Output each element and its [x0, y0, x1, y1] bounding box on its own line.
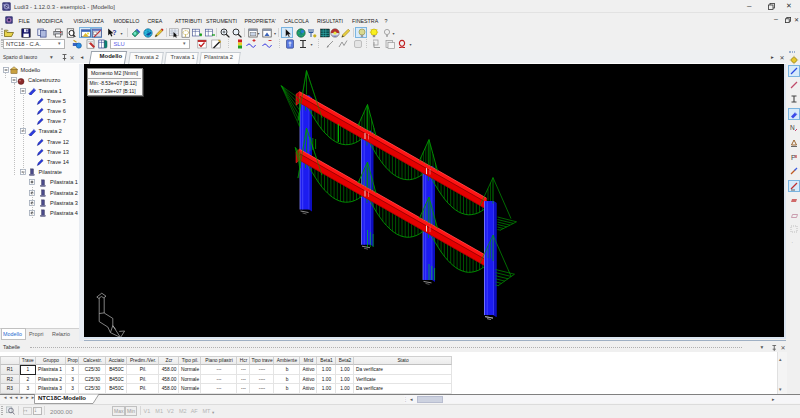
svg-text:?: ? [112, 28, 116, 35]
svg-text:P: P [791, 153, 796, 160]
svg-text:N: N [790, 124, 795, 131]
